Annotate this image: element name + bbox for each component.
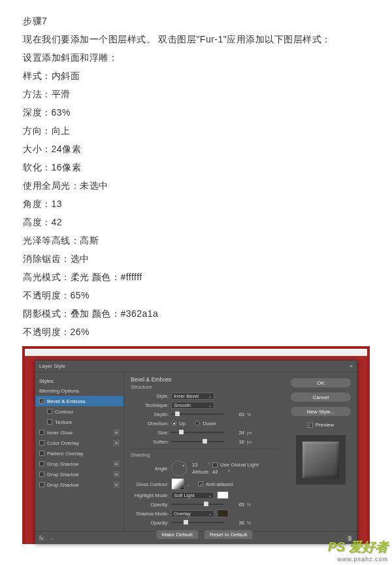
setting-line: 深度：63% — [23, 103, 369, 121]
slider-size[interactable] — [171, 432, 223, 433]
screenshot-frame: Layer Style × Styles Blending Options Be… — [22, 346, 370, 544]
cancel-button[interactable]: Cancel — [290, 392, 351, 402]
add-icon[interactable]: + — [113, 429, 120, 436]
select-highlight[interactable]: Soft Light⌄ — [171, 492, 214, 499]
styles-header: Styles — [35, 376, 123, 385]
label-gloss: Gloss Contour: — [131, 481, 169, 487]
add-icon[interactable]: + — [113, 440, 120, 446]
chevron-down-icon: ⌄ — [208, 394, 212, 398]
label-technique: Technique: — [131, 402, 169, 408]
label-global-light: Use Global Light — [220, 462, 259, 468]
style-item-drop-shadow[interactable]: Drop Shadow+ — [35, 479, 123, 490]
add-icon[interactable]: + — [113, 460, 120, 467]
select-style[interactable]: Inner Bevel⌄ — [171, 393, 214, 400]
slider-sh-opacity[interactable] — [171, 522, 223, 523]
checkbox-icon[interactable] — [47, 419, 52, 425]
color-shadow[interactable] — [217, 509, 229, 517]
radio-up[interactable] — [171, 421, 176, 426]
radio-down[interactable] — [195, 421, 200, 426]
row-style: Style: Inner Bevel⌄ — [131, 391, 278, 400]
close-icon[interactable]: × — [350, 363, 353, 369]
slider-depth[interactable] — [171, 413, 223, 415]
make-default-button[interactable]: Make Default — [156, 530, 199, 540]
preview-toggle[interactable]: Preview — [308, 422, 334, 428]
value-size[interactable]: 24 — [226, 430, 244, 436]
style-item-contour[interactable]: Contour — [35, 406, 123, 417]
add-icon[interactable]: + — [113, 481, 120, 488]
setting-line: 软化：16像素 — [23, 158, 369, 176]
label-direction: Direction: — [131, 421, 169, 427]
article-text: 步骤7 现在我们要添加一个图层样式。 双击图层"Fur-1"应用添加以下图层样式… — [0, 0, 392, 341]
style-item-pattern-overlay[interactable]: Pattern Overlay — [35, 448, 123, 459]
chevron-down-icon[interactable]: ⌄ — [50, 536, 54, 541]
row-technique: Technique: Smooth⌄ — [131, 400, 278, 410]
new-style-button[interactable]: New Style... — [290, 406, 351, 417]
style-item-bevel[interactable]: Bevel & Emboss — [35, 396, 123, 406]
row-depth: Depth: 63 % — [131, 410, 278, 419]
checkbox-icon[interactable] — [39, 440, 44, 445]
setting-line: 方法：平滑 — [23, 85, 369, 103]
fx-icon[interactable]: fx — [39, 535, 44, 541]
checkbox-icon[interactable] — [47, 409, 52, 414]
style-item-texture[interactable]: Texture — [35, 417, 123, 427]
label-preview: Preview — [316, 422, 334, 428]
contour-picker[interactable] — [171, 478, 184, 490]
row-defaults: Make Default Reset to Default — [131, 530, 278, 539]
checkbox-icon[interactable] — [39, 451, 44, 456]
row-shadow: Shadow Mode: Overlay⌄ — [131, 509, 278, 518]
checkbox-icon[interactable] — [39, 430, 44, 435]
style-item-drop-shadow[interactable]: Drop Shadow+ — [35, 459, 123, 469]
unit-px: px — [247, 430, 255, 435]
reset-default-button[interactable]: Reset to Default — [204, 530, 253, 540]
label-up: Up — [179, 421, 186, 427]
row-direction: Direction: Up Down — [131, 419, 278, 428]
style-item-inner-glow[interactable]: Inner Glow+ — [35, 427, 123, 438]
checkbox-antialias[interactable] — [198, 481, 203, 487]
label-angle: Angle: — [131, 466, 169, 472]
screenshot-body: Layer Style × Styles Blending Options Be… — [25, 356, 367, 544]
setting-line: 不透明度：65% — [23, 286, 369, 304]
label-opacity: Opacity: — [131, 502, 169, 508]
watermark-url: www.psahz.com — [328, 556, 388, 562]
unit-pct: % — [247, 521, 255, 525]
add-icon[interactable]: + — [113, 471, 120, 477]
setting-line: 角度：13 — [23, 195, 369, 213]
blending-options[interactable]: Blending Options — [35, 385, 123, 396]
setting-line: 光泽等高线：高斯 — [23, 231, 369, 250]
ok-button[interactable]: OK — [290, 378, 351, 388]
setting-line: 大小：24像素 — [23, 140, 369, 158]
label-shadow: Shadow Mode: — [131, 511, 169, 517]
watermark: PS 爱好者 www.psahz.com — [328, 538, 388, 562]
slider-soften[interactable] — [171, 441, 223, 442]
select-shadow[interactable]: Overlay⌄ — [171, 510, 214, 517]
setting-line: 高度：42 — [23, 213, 369, 231]
select-technique[interactable]: Smooth⌄ — [171, 402, 214, 409]
style-item-drop-shadow[interactable]: Drop Shadow+ — [35, 469, 123, 479]
dialog-buttons: OK Cancel New Style... Preview — [285, 372, 357, 531]
checkbox-preview[interactable] — [308, 423, 313, 428]
label-altitude: Altitude: — [192, 469, 210, 475]
section-bevel: Bevel & Emboss — [131, 376, 278, 383]
row-size: Size: 24 px — [131, 428, 278, 437]
value-soften[interactable]: 16 — [226, 439, 244, 445]
checkbox-icon[interactable] — [39, 398, 44, 404]
value-altitude[interactable]: 42 — [212, 469, 225, 475]
value-hl-opacity[interactable]: 65 — [226, 502, 244, 508]
label-style: Style: — [131, 393, 169, 399]
label-soften: Soften: — [131, 439, 169, 445]
value-angle[interactable]: 13 — [192, 462, 205, 468]
checkbox-icon[interactable] — [39, 482, 44, 487]
setting-line: 样式：内斜面 — [23, 67, 369, 85]
label-size: Size: — [131, 430, 169, 436]
checkbox-global-light[interactable] — [212, 462, 218, 468]
color-highlight[interactable] — [217, 491, 229, 499]
value-depth[interactable]: 63 — [226, 412, 244, 417]
label-down: Down — [203, 421, 216, 427]
checkbox-icon[interactable] — [39, 461, 44, 466]
checkbox-icon[interactable] — [39, 472, 44, 477]
style-item-color-overlay[interactable]: Color Overlay+ — [35, 438, 123, 448]
slider-hl-opacity[interactable] — [171, 504, 223, 505]
angle-dial[interactable] — [171, 460, 187, 476]
value-sh-opacity[interactable]: 26 — [226, 520, 244, 526]
row-gloss: Gloss Contour: ⌄ Anti-aliased — [131, 477, 278, 491]
